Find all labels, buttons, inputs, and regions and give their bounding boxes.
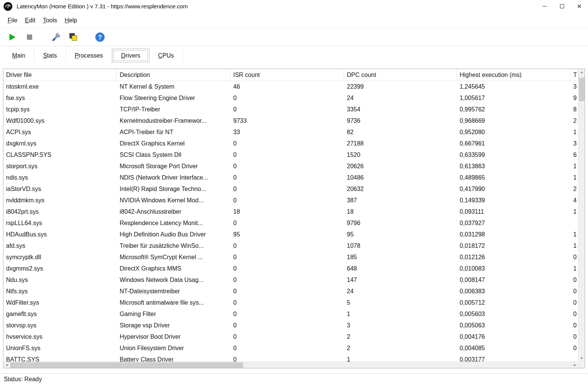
vertical-scroll-thumb[interactable]: [579, 78, 585, 101]
menu-file[interactable]: File: [4, 16, 21, 25]
table-row[interactable]: dxgmms2.sysDirectX Graphics MMS06480,010…: [3, 263, 578, 274]
cell-dpc-count: 1078: [344, 240, 457, 252]
table-row[interactable]: storvsp.sysStorage vsp Driver030,0050630: [3, 320, 578, 331]
cell-highest-execution: 0,008147: [457, 274, 571, 286]
toolbar: ?: [0, 28, 588, 46]
table-row[interactable]: i8042prt.sysi8042-Anschlusstreiber18180,…: [3, 206, 578, 218]
cell-isr-count: 0: [231, 92, 344, 104]
svg-text:?: ?: [98, 34, 102, 41]
table-row[interactable]: nvlddmkm.sysNVIDIA Windows Kernel Mod...…: [3, 195, 578, 206]
app-icon: [3, 2, 13, 11]
close-button[interactable]: ✕: [571, 0, 588, 13]
table-row[interactable]: ACPI.sysACPI-Treiber für NT33820,9520801: [3, 127, 578, 138]
cell-dpc-count: 24: [344, 92, 457, 104]
tab-processes[interactable]: Processes: [66, 49, 112, 63]
table-row[interactable]: CLASSPNP.SYSSCSI Class System Dll015200,…: [3, 149, 578, 161]
windows-button[interactable]: [67, 30, 80, 44]
table-row[interactable]: ndis.sysNDIS (Network Driver Interface..…: [3, 172, 578, 183]
table-row[interactable]: gameflt.sysGaming Filter010,0056030: [3, 308, 578, 320]
cell-description: Storage vsp Driver: [117, 320, 231, 331]
maximize-button[interactable]: [553, 0, 571, 13]
table-row[interactable]: fse.sysFlow Steering Engine Driver0241,0…: [3, 92, 578, 104]
cell-driver-file: WdFilter.sys: [3, 297, 117, 308]
scroll-left-icon[interactable]: ◄: [3, 362, 10, 368]
table-row[interactable]: HDAudBus.sysHigh Definition Audio Bus Dr…: [3, 229, 578, 240]
table-row[interactable]: hvservice.sysHypervisor Boot Driver020,0…: [3, 331, 578, 343]
cell-isr-count: 0: [231, 252, 344, 263]
table-row[interactable]: ntoskrnl.exeNT Kernel & System46223991,2…: [3, 81, 578, 92]
column-header-dpc-count[interactable]: DPC count: [344, 69, 457, 81]
table-row[interactable]: dxgkrnl.sysDirectX Graphics Kernel027188…: [3, 138, 578, 149]
cell-highest-execution: 0,417990: [457, 183, 571, 195]
table-row[interactable]: afd.sysTreiber für zusätzliche WinSo...0…: [3, 240, 578, 252]
cell-dpc-count: 82: [344, 127, 457, 138]
menu-edit[interactable]: Edit: [21, 16, 39, 25]
cell-highest-execution: 0,004176: [457, 331, 571, 343]
cell-isr-count: 18: [231, 206, 344, 218]
cell-isr-count: 0: [231, 263, 344, 274]
column-header-total-execution[interactable]: T: [571, 69, 578, 81]
cell-description: Flow Steering Engine Driver: [117, 92, 231, 104]
cell-description: DirectX Graphics MMS: [117, 263, 231, 274]
start-monitor-button[interactable]: [5, 30, 19, 44]
horizontal-scrollbar[interactable]: ◄ ►: [3, 362, 578, 368]
cell-isr-count: 0: [231, 286, 344, 297]
menu-tools[interactable]: Tools: [39, 16, 61, 25]
minimize-button[interactable]: [536, 0, 553, 13]
cell-isr-count: 0: [231, 138, 344, 149]
tab-main[interactable]: Main: [3, 49, 34, 63]
tab-stats[interactable]: Stats: [34, 49, 66, 63]
stop-monitor-button[interactable]: [23, 30, 36, 44]
close-icon: ✕: [577, 3, 582, 9]
scroll-down-icon[interactable]: ▼: [579, 355, 585, 362]
help-button[interactable]: ?: [93, 30, 107, 44]
cell-total-execution: 0: [571, 343, 578, 354]
table-row[interactable]: iaStorVD.sysIntel(R) Rapid Storage Techn…: [3, 183, 578, 195]
cell-dpc-count: 95: [344, 229, 457, 240]
cell-dpc-count: 185: [344, 252, 457, 263]
vertical-scrollbar[interactable]: ▲ ▼: [578, 69, 585, 362]
cell-dpc-count: 3354: [344, 104, 457, 115]
table-row[interactable]: storport.sysMicrosoft Storage Port Drive…: [3, 161, 578, 172]
scroll-up-icon[interactable]: ▲: [579, 69, 585, 75]
cell-total-execution: 0: [571, 297, 578, 308]
table-row[interactable]: symcryptk.dllMicrosoft® SymCrypt Kernel …: [3, 252, 578, 263]
cell-driver-file: CLASSPNP.SYS: [3, 149, 117, 161]
table-row[interactable]: Wdf01000.sysKernelmodustreiber-Framewor.…: [3, 115, 578, 127]
column-header-highest-execution[interactable]: Highest execution (ms): [457, 69, 571, 81]
table-row[interactable]: tcpip.sysTCP/IP-Treiber033540,9957628: [3, 104, 578, 115]
tab-cpus[interactable]: CPUs: [150, 49, 183, 63]
table-row[interactable]: WdFilter.sysMicrosoft antimalware file s…: [3, 297, 578, 308]
scroll-right-icon[interactable]: ►: [572, 362, 578, 368]
horizontal-scroll-thumb[interactable]: [10, 362, 243, 368]
cell-total-execution: [571, 218, 578, 229]
cell-description: Microsoft® SymCrypt Kernel ...: [117, 252, 231, 263]
cell-total-execution: 1: [571, 240, 578, 252]
table-row[interactable]: rspLLL64.sysResplendence Latency Monit..…: [3, 218, 578, 229]
table-row[interactable]: Ndu.sysWindows Network Data Usag...01470…: [3, 274, 578, 286]
column-header-description[interactable]: Description: [117, 69, 231, 81]
cell-description: Kernelmodustreiber-Framewor...: [117, 115, 231, 127]
tab-drivers[interactable]: Drivers: [112, 49, 150, 63]
cell-isr-count: 0: [231, 104, 344, 115]
cell-isr-count: 0: [231, 183, 344, 195]
cell-description: Union Filesystem Driver: [117, 343, 231, 354]
options-button[interactable]: [49, 30, 63, 44]
menu-help[interactable]: Help: [61, 16, 81, 25]
tools-icon: [51, 32, 61, 42]
tab-strip: Main Stats Processes Drivers CPUs: [3, 49, 588, 63]
cell-highest-execution: 0,489865: [457, 172, 571, 183]
cell-dpc-count: 24: [344, 286, 457, 297]
cell-total-execution: 1: [571, 172, 578, 183]
cell-isr-count: 0: [231, 274, 344, 286]
table-row[interactable]: Ntfs.sysNT-Dateisystemtreiber0240,006383…: [3, 286, 578, 297]
table-row[interactable]: UnionFS.sysUnion Filesystem Driver020,00…: [3, 343, 578, 354]
cell-description: ACPI-Treiber für NT: [117, 127, 231, 138]
cell-description: SCSI Class System Dll: [117, 149, 231, 161]
cell-highest-execution: 0,005063: [457, 320, 571, 331]
column-header-driver-file[interactable]: Driver file: [3, 69, 117, 81]
cell-highest-execution: 0,018172: [457, 240, 571, 252]
cell-total-execution: 8: [571, 104, 578, 115]
column-header-isr-count[interactable]: ISR count: [231, 69, 344, 81]
cell-highest-execution: 0,968669: [457, 115, 571, 127]
